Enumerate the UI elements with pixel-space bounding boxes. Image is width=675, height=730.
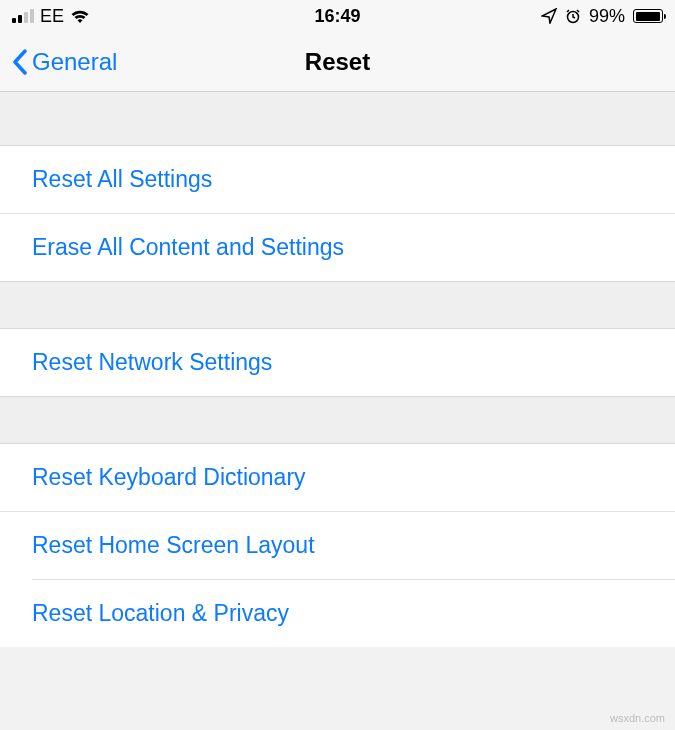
back-button[interactable]: General xyxy=(12,48,117,76)
reset-network-settings[interactable]: Reset Network Settings xyxy=(0,329,675,396)
reset-keyboard-dictionary[interactable]: Reset Keyboard Dictionary xyxy=(0,444,675,512)
reset-home-screen-layout[interactable]: Reset Home Screen Layout xyxy=(32,512,675,580)
signal-icon xyxy=(12,9,34,23)
status-bar: EE 16:49 99% xyxy=(0,0,675,32)
carrier-label: EE xyxy=(40,6,64,27)
erase-all-content[interactable]: Erase All Content and Settings xyxy=(32,214,675,281)
section-spacer xyxy=(0,281,675,329)
battery-icon xyxy=(633,9,663,23)
wifi-icon xyxy=(70,9,90,24)
status-time: 16:49 xyxy=(314,6,360,27)
reset-location-privacy[interactable]: Reset Location & Privacy xyxy=(32,580,675,647)
alarm-icon xyxy=(565,8,581,24)
location-icon xyxy=(541,8,557,24)
reset-section-2: Reset Network Settings xyxy=(0,329,675,396)
battery-percent: 99% xyxy=(589,6,625,27)
nav-bar: General Reset xyxy=(0,32,675,92)
reset-section-3: Reset Keyboard Dictionary Reset Home Scr… xyxy=(0,444,675,647)
section-spacer xyxy=(0,396,675,444)
back-label: General xyxy=(32,48,117,76)
reset-all-settings[interactable]: Reset All Settings xyxy=(0,146,675,214)
page-title: Reset xyxy=(305,48,370,76)
status-right: 99% xyxy=(541,6,663,27)
chevron-left-icon xyxy=(12,49,28,75)
section-spacer xyxy=(0,92,675,146)
status-left: EE xyxy=(12,6,90,27)
reset-section-1: Reset All Settings Erase All Content and… xyxy=(0,146,675,281)
watermark: wsxdn.com xyxy=(610,712,665,724)
